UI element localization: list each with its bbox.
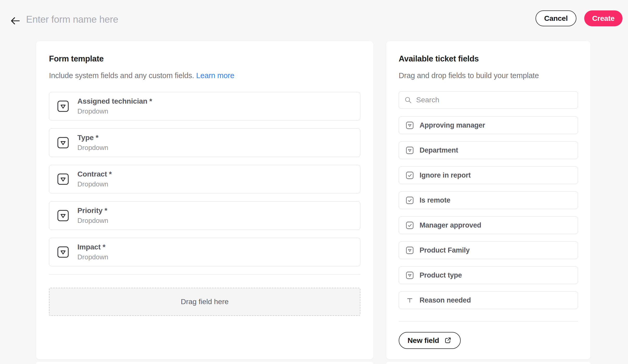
- new-field-label: New field: [408, 336, 439, 345]
- available-field-manager-approved[interactable]: Manager approved: [399, 216, 578, 234]
- form-field-type[interactable]: Type * Dropdown: [49, 128, 360, 157]
- available-field-is-remote[interactable]: Is remote: [399, 191, 578, 209]
- form-template-description: Include system fields and any custom fie…: [49, 71, 360, 80]
- section-divider: [49, 274, 360, 275]
- available-fields-description: Drag and drop fields to build your templ…: [399, 71, 578, 80]
- search-icon: [404, 96, 412, 104]
- topbar-actions: Cancel Create: [535, 10, 623, 26]
- field-label: Department: [420, 146, 458, 154]
- dropdown-icon: [406, 246, 414, 254]
- drop-zone-label: Drag field here: [181, 298, 229, 306]
- drop-zone[interactable]: Drag field here: [49, 288, 360, 316]
- description-text: Include system fields and any custom fie…: [49, 71, 194, 80]
- search-input[interactable]: [416, 96, 572, 104]
- field-type: Dropdown: [77, 107, 152, 115]
- dropdown-icon: [406, 121, 414, 129]
- field-label: Impact *: [77, 243, 108, 251]
- external-link-icon: [444, 336, 452, 344]
- field-type: Dropdown: [77, 217, 108, 225]
- available-fields-title: Available ticket fields: [399, 54, 578, 64]
- available-field-reason-needed[interactable]: Reason needed: [399, 291, 578, 309]
- available-field-ignore-in-report[interactable]: Ignore in report: [399, 166, 578, 184]
- form-field-impact[interactable]: Impact * Dropdown: [49, 238, 360, 266]
- field-type: Dropdown: [77, 253, 108, 261]
- available-field-product-family[interactable]: Product Family: [399, 241, 578, 259]
- section-divider: [399, 321, 578, 322]
- available-field-department[interactable]: Department: [399, 141, 578, 159]
- field-label: Reason needed: [420, 296, 471, 304]
- top-bar: Cancel Create: [0, 0, 628, 41]
- field-label: Priority *: [77, 206, 108, 215]
- checkbox-icon: [406, 221, 414, 229]
- form-name-input[interactable]: [26, 11, 313, 28]
- create-button[interactable]: Create: [584, 10, 623, 26]
- form-field-contract[interactable]: Contract * Dropdown: [49, 165, 360, 193]
- learn-more-link[interactable]: Learn more: [196, 71, 234, 80]
- field-label: Is remote: [420, 196, 450, 204]
- field-label: Manager approved: [420, 221, 481, 229]
- text-field-icon: [406, 296, 414, 304]
- field-label: Contract *: [77, 170, 112, 178]
- field-label: Approving manager: [420, 121, 485, 129]
- dropdown-icon: [57, 246, 69, 258]
- dropdown-icon: [406, 271, 414, 279]
- form-field-assigned-technician[interactable]: Assigned technician * Dropdown: [49, 92, 360, 121]
- cancel-button[interactable]: Cancel: [535, 10, 576, 26]
- form-field-list: Assigned technician * Dropdown Type * Dr…: [49, 92, 360, 266]
- dropdown-icon: [406, 146, 414, 154]
- field-label: Type *: [77, 134, 108, 142]
- available-fields-panel: Available ticket fields Drag and drop fi…: [386, 41, 590, 359]
- next-card-peek-right: [386, 362, 590, 364]
- form-template-title: Form template: [49, 54, 360, 64]
- search-box[interactable]: [399, 91, 578, 109]
- field-type: Dropdown: [77, 180, 112, 188]
- next-card-peek-left: [36, 362, 373, 364]
- back-arrow-icon: [9, 15, 21, 27]
- available-field-approving-manager[interactable]: Approving manager: [399, 116, 578, 134]
- field-label: Assigned technician *: [77, 97, 152, 105]
- field-label: Product type: [420, 271, 462, 279]
- dropdown-icon: [57, 173, 69, 185]
- dropdown-icon: [57, 137, 69, 149]
- available-field-list: Approving manager Department Ignore in r…: [399, 116, 578, 309]
- dropdown-icon: [57, 210, 69, 222]
- form-template-panel: Form template Include system fields and …: [36, 41, 373, 359]
- available-field-product-type[interactable]: Product type: [399, 266, 578, 284]
- field-label: Product Family: [420, 246, 470, 254]
- form-field-priority[interactable]: Priority * Dropdown: [49, 201, 360, 230]
- back-button[interactable]: [8, 14, 22, 28]
- new-field-button[interactable]: New field: [399, 332, 461, 349]
- field-type: Dropdown: [77, 144, 108, 152]
- checkbox-icon: [406, 196, 414, 204]
- field-label: Ignore in report: [420, 171, 471, 179]
- dropdown-icon: [57, 100, 69, 112]
- checkbox-icon: [406, 171, 414, 179]
